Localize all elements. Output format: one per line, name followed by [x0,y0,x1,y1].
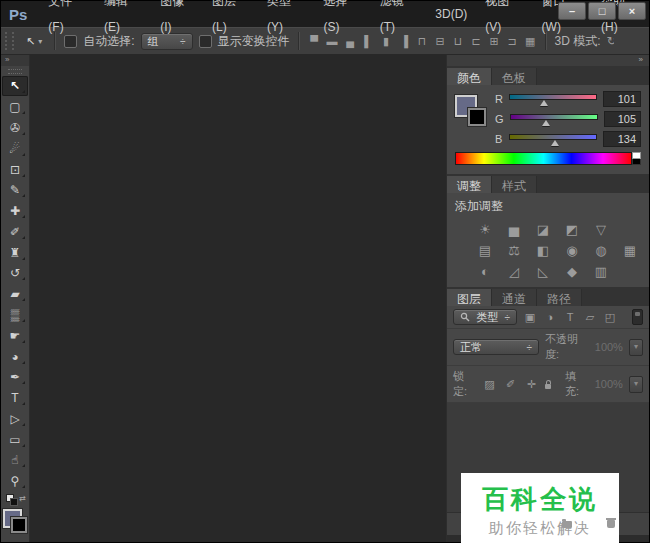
layer-filter-icon[interactable]: T [563,311,577,324]
tool-button[interactable]: ⚲ [2,471,28,491]
slider-track[interactable] [510,112,598,126]
tool-button[interactable]: ⊡ [2,160,28,180]
menu-item[interactable]: 图像(I) [151,0,203,40]
collapse-tools-button[interactable]: » [1,55,29,66]
adjustment-icon[interactable]: ◩ [564,221,580,239]
layer-filter-icon[interactable]: ▣ [523,311,537,324]
panel-tab[interactable]: 调整 [447,176,492,193]
channel-label: R [495,93,503,105]
tool-button[interactable]: ☛ [2,326,28,346]
layers-list[interactable]: 百科全说 助你轻松解决 [447,403,649,512]
new-group-icon[interactable] [562,521,572,528]
channel-value-input[interactable]: 101 [603,91,641,107]
tool-button[interactable]: ☝ [2,450,28,470]
close-button[interactable]: × [618,2,646,20]
tool-button[interactable]: ▢ [2,97,28,117]
lock-all-icon[interactable] [545,384,552,389]
panel-tab[interactable]: 色板 [492,68,537,85]
tool-button[interactable]: ✎ [2,180,28,200]
layer-filter-icon[interactable]: ▱ [583,311,597,324]
tool-button[interactable]: ▷ [2,409,28,429]
delete-layer-icon[interactable] [607,520,615,528]
photoshop-window: Ps 文件(F)编辑(E)图像(I)图层(L)类型(Y)选择(S)滤镜(T)3D… [0,0,650,543]
black-swatch[interactable] [632,159,641,165]
adjustment-icon[interactable]: ◺ [535,263,551,281]
opacity-dropdown-button[interactable]: ▾ [629,339,643,356]
tool-button[interactable]: ▒ [2,305,28,325]
menu-item[interactable]: 选择(S) [314,0,370,40]
panel-tab[interactable]: 样式 [492,176,537,193]
panel-tab[interactable]: 颜色 [447,68,492,85]
maximize-button[interactable]: □ [588,2,616,20]
lock-icon[interactable]: ✐ [504,378,518,391]
slider-thumb[interactable] [551,140,559,146]
lock-icon[interactable]: ✛ [525,378,539,391]
background-color-swatch[interactable] [11,517,27,533]
adjustment-icon[interactable]: ☀ [477,221,493,239]
menu-item[interactable]: 3D(D) [426,1,476,27]
slider-track[interactable] [509,92,597,106]
blend-mode-dropdown[interactable]: 正常 ÷ [453,339,539,355]
menu-item[interactable]: 文件(F) [39,0,95,40]
menu-item[interactable]: 滤镜(T) [371,0,427,40]
add-adjustment-label: 添加调整 [455,198,641,215]
channel-value-input[interactable]: 105 [604,111,641,127]
spectrum-gradient[interactable] [455,152,632,165]
tool-button[interactable]: T [2,388,28,408]
adjustment-icon[interactable]: ⚖ [506,242,522,260]
filter-toggle-switch[interactable] [632,309,643,325]
layer-filter-icon[interactable]: ◑ [543,311,557,324]
color-spectrum-ramp[interactable] [455,152,641,165]
layer-filter-icon[interactable]: ◰ [603,311,617,324]
default-colors-icon[interactable]: ⇄ [4,494,26,506]
adjustment-icon[interactable]: ◪ [535,221,551,239]
tool-button[interactable]: ▭ [2,430,28,450]
minimize-button[interactable]: – [558,2,586,20]
lock-icon[interactable]: ▨ [483,378,497,391]
menu-item[interactable]: 类型(Y) [258,0,314,40]
panel-tab[interactable]: 图层 [447,289,492,306]
adjustment-icon[interactable]: ▥ [593,263,609,281]
tool-button[interactable]: ◕ [2,347,28,367]
adjustment-icon[interactable]: ▽ [593,221,609,239]
tool-button[interactable]: ♜ [2,243,28,263]
adjustment-icon[interactable]: ◧ [535,242,551,260]
canvas-area[interactable] [30,55,447,542]
tool-button[interactable]: ✒ [2,367,28,387]
white-swatch[interactable] [632,152,641,159]
adjustment-icon[interactable]: ▅ [506,221,522,239]
adjustment-icon[interactable]: ◉ [564,242,580,260]
menu-item[interactable]: 图层(L) [203,0,258,40]
tool-button[interactable]: ✐ [2,222,28,242]
slider-thumb[interactable] [542,120,550,126]
background-color-swatch[interactable] [468,108,486,126]
tool-button[interactable]: ↺ [2,263,28,283]
tool-icon: ↺ [10,267,20,279]
adjustment-icon[interactable]: ◐ [477,263,493,281]
channel-value-input[interactable]: 134 [603,131,641,147]
swap-colors-icon[interactable]: ⇄ [19,494,26,503]
tool-button[interactable]: ✚ [2,201,28,221]
tool-button[interactable]: ☄ [2,139,28,159]
adjustment-icon[interactable]: ◆ [564,263,580,281]
slider-track[interactable] [509,132,597,146]
menu-item[interactable]: 编辑(E) [95,0,151,40]
collapse-dock-button[interactable]: » [447,55,649,66]
tool-button[interactable]: ✇ [2,118,28,138]
adjustment-icon[interactable]: ▤ [477,242,493,260]
tool-icon: ♜ [10,247,21,259]
align-icon[interactable]: ⊟ [434,35,447,48]
filter-type-dropdown[interactable]: 类型 ÷ [453,309,517,325]
align-icon[interactable]: ⊔ [452,35,465,48]
fill-dropdown-button[interactable]: ▾ [629,376,643,393]
panel-tab[interactable]: 路径 [537,289,582,306]
adjustment-icon[interactable]: ◿ [506,263,522,281]
tool-icon: ✎ [10,184,20,196]
adjustment-icon[interactable]: ◍ [593,242,609,260]
slider-thumb[interactable] [540,100,548,106]
adjustment-icon[interactable]: ▦ [622,242,638,260]
tool-button[interactable]: ▰ [2,284,28,304]
tool-button[interactable]: ↖ [2,76,28,96]
menu-item[interactable]: 视图(V) [476,0,532,40]
panel-tab[interactable]: 通道 [492,289,537,306]
